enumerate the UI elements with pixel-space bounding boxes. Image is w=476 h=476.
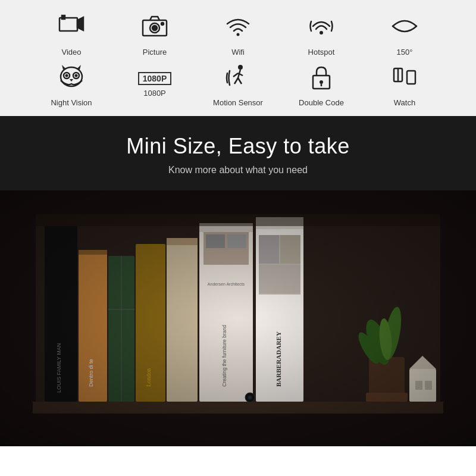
video-label: Video <box>61 48 81 57</box>
wifi-icon <box>224 12 252 44</box>
motion-icon <box>224 62 252 95</box>
owl-icon <box>57 62 86 95</box>
svg-point-16 <box>238 65 243 70</box>
svg-rect-0 <box>60 18 77 31</box>
wifi-label: Wifi <box>231 48 245 57</box>
features-row-2: Night Vision 1080P 1080P <box>6 62 470 107</box>
feature-picture: Picture <box>113 12 196 57</box>
svg-rect-71 <box>0 190 476 446</box>
watch-label: Watch <box>394 98 415 107</box>
hd-label: 1080P <box>143 89 166 98</box>
svg-marker-1 <box>77 17 83 30</box>
svg-point-8 <box>161 23 164 25</box>
promo-section: Mini Size, Easy to take Know more about … <box>0 116 476 190</box>
svg-point-9 <box>237 33 240 36</box>
angle-label: 150° <box>397 48 413 57</box>
promo-subtitle: Know more about what you need <box>12 165 464 176</box>
feature-wifi: Wifi <box>196 12 280 57</box>
feature-watch: Watch <box>363 62 446 107</box>
feature-video: Video <box>30 12 113 57</box>
svg-point-15 <box>75 74 78 77</box>
bookshelf-section: LOUIS FAMILY MAN Dentro di te London Cre… <box>0 190 476 446</box>
feature-angle: 150° <box>363 12 446 57</box>
feature-night-vision: Night Vision <box>30 62 113 107</box>
camera-icon <box>140 12 169 44</box>
lock-icon <box>307 62 336 95</box>
hotspot-icon <box>307 12 336 44</box>
svg-point-10 <box>320 31 323 35</box>
motion-sensor-label: Motion Sensor <box>213 98 263 107</box>
svg-line-20 <box>233 73 238 77</box>
picture-label: Picture <box>143 48 167 57</box>
hd-badge: 1080P <box>138 72 171 85</box>
svg-line-18 <box>234 78 238 84</box>
features-row-1: Video Picture <box>6 12 470 57</box>
hd-icon: 1080P <box>138 62 171 85</box>
promo-title: Mini Size, Easy to take <box>12 134 464 159</box>
night-vision-label: Night Vision <box>51 98 92 107</box>
angle-icon <box>390 12 419 44</box>
svg-point-23 <box>320 80 323 84</box>
hotspot-label: Hotspot <box>308 48 335 57</box>
svg-line-19 <box>238 78 242 84</box>
video-icon <box>57 12 86 44</box>
features-section: Video Picture <box>0 0 476 116</box>
svg-point-7 <box>152 26 157 30</box>
feature-1080p: 1080P 1080P <box>113 62 196 107</box>
svg-point-13 <box>65 74 68 77</box>
feature-double-code: Double Code <box>280 62 363 107</box>
svg-rect-26 <box>407 71 415 84</box>
feature-motion-sensor: Motion Sensor <box>196 62 280 107</box>
feature-hotspot: Hotspot <box>280 12 363 57</box>
double-code-label: Double Code <box>299 98 344 107</box>
watch-icon <box>390 62 419 95</box>
bookshelf-image: LOUIS FAMILY MAN Dentro di te London Cre… <box>0 190 476 446</box>
